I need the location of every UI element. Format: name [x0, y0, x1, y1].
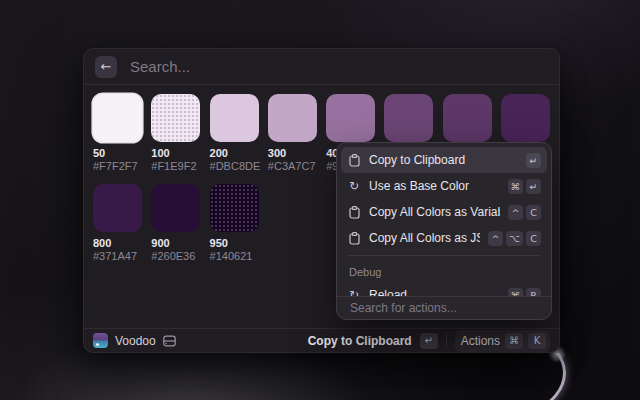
primary-action-button[interactable]: Copy to Clipboard: [308, 334, 412, 348]
swatch-shade-label: 50: [93, 147, 142, 159]
menu-item-copy-json[interactable]: Copy All Colors as JSON ^ ⌥ C: [341, 225, 547, 251]
desktop-background: ← 50 #F7F2F7 100 #F1E9F2 200 #: [0, 0, 640, 400]
control-key-badge: ^: [488, 231, 503, 246]
return-key-badge: ↵: [526, 179, 541, 194]
color-swatch-50[interactable]: [93, 94, 142, 142]
menu-section-debug: Debug: [341, 260, 547, 282]
color-swatch-200[interactable]: [210, 94, 259, 142]
actions-button[interactable]: Actions ⌘ K: [455, 330, 550, 352]
command-key-badge: ⌘: [508, 179, 524, 194]
swatch-cell: 200 #DBC8DE: [210, 94, 259, 173]
c-key-badge: C: [526, 231, 541, 246]
swatch-hex-label: #F1E9F2: [151, 160, 200, 173]
swatch-shade-label: 200: [210, 147, 259, 159]
swatch-hex-label: #260E36: [151, 250, 200, 263]
color-swatch-100[interactable]: [151, 94, 200, 142]
menu-item-shortcut: ↵: [526, 153, 541, 168]
status-bar: Voodoo Copy to Clipboard ↵ Actions ⌘ K: [84, 328, 559, 352]
command-key-badge: ⌘: [505, 333, 523, 349]
swatch-cell: 800 #371A47: [93, 184, 142, 263]
color-swatch-500[interactable]: [384, 94, 433, 142]
status-bar-separator: [446, 334, 447, 347]
actions-search-input[interactable]: [348, 300, 540, 316]
menu-item-use-as-base-color[interactable]: ↻ Use as Base Color ⌘ ↵: [341, 173, 547, 199]
swatch-hex-label: #140621: [210, 250, 259, 263]
drive-icon: [163, 335, 176, 347]
r-key-badge: R: [526, 288, 541, 297]
color-swatch-400[interactable]: [326, 94, 375, 142]
swatch-hex-label: #371A47: [93, 250, 142, 263]
swatch-hex-label: #C3A7C7: [268, 160, 317, 173]
color-swatch-800[interactable]: [93, 184, 142, 232]
c-key-badge: C: [526, 205, 541, 220]
swatch-shade-label: 800: [93, 237, 142, 249]
actions-menu: Copy to Clipboard ↵ ↻ Use as Base Color …: [336, 142, 552, 320]
menu-item-shortcut: ^ C: [508, 205, 541, 220]
voodoo-app-icon: [93, 333, 108, 348]
search-bar: ←: [84, 49, 559, 85]
color-swatch-900[interactable]: [151, 184, 200, 232]
menu-item-label: Use as Base Color: [369, 179, 500, 193]
arrow-left-icon: ←: [101, 59, 112, 74]
menu-item-shortcut: ⌘ ↵: [508, 179, 542, 194]
actions-label: Actions: [461, 334, 500, 348]
swatch-cell: 50 #F7F2F7: [93, 94, 142, 173]
swatch-cell: 300 #C3A7C7: [268, 94, 317, 173]
color-swatch-700[interactable]: [501, 94, 550, 142]
clipboard-icon: [347, 232, 361, 245]
swatch-shade-label: 950: [210, 237, 259, 249]
return-key-badge: ↵: [526, 153, 541, 168]
swatch-cell: 950 #140621: [210, 184, 259, 263]
swatch-shade-label: 900: [151, 237, 200, 249]
menu-search-bar: [337, 296, 551, 319]
swatch-shade-label: 300: [268, 147, 317, 159]
menu-item-label: Copy to Clipboard: [369, 153, 518, 167]
option-key-badge: ⌥: [506, 231, 523, 246]
rotate-icon: ↻: [347, 289, 361, 296]
back-button[interactable]: ←: [95, 56, 117, 78]
light-arc: [518, 353, 580, 400]
menu-divider: [347, 255, 541, 256]
menu-item-copy-variable-declarations[interactable]: Copy All Colors as Variable Declara... ^…: [341, 199, 547, 225]
actions-menu-list: Copy to Clipboard ↵ ↻ Use as Base Color …: [337, 143, 551, 296]
color-swatch-600[interactable]: [443, 94, 492, 142]
color-swatch-950[interactable]: [210, 184, 259, 232]
swatch-cell: 900 #260E36: [151, 184, 200, 263]
search-input[interactable]: [128, 57, 548, 76]
swatch-hex-label: #F7F2F7: [93, 160, 142, 173]
menu-item-reload[interactable]: ↻ Reload ⌘ R: [341, 282, 547, 296]
color-swatch-300[interactable]: [268, 94, 317, 142]
status-bar-actions: Copy to Clipboard ↵ Actions ⌘ K: [308, 330, 550, 352]
command-key-badge: ⌘: [508, 288, 524, 297]
menu-item-label: Copy All Colors as Variable Declara...: [369, 205, 500, 219]
control-key-badge: ^: [508, 205, 523, 220]
rotate-icon: ↻: [347, 180, 361, 192]
swatch-hex-label: #DBC8DE: [210, 160, 259, 173]
return-key-badge: ↵: [420, 333, 438, 349]
menu-item-copy-to-clipboard[interactable]: Copy to Clipboard ↵: [341, 147, 547, 173]
clipboard-icon: [347, 154, 361, 167]
menu-item-label: Copy All Colors as JSON: [369, 231, 480, 245]
k-key-badge: K: [528, 333, 546, 349]
app-name: Voodoo: [115, 334, 156, 348]
swatch-shade-label: 100: [151, 147, 200, 159]
menu-item-shortcut: ⌘ R: [508, 288, 542, 297]
menu-item-shortcut: ^ ⌥ C: [488, 231, 541, 246]
swatch-cell: 100 #F1E9F2: [151, 94, 200, 173]
menu-item-label: Reload: [369, 288, 500, 296]
clipboard-icon: [347, 206, 361, 219]
